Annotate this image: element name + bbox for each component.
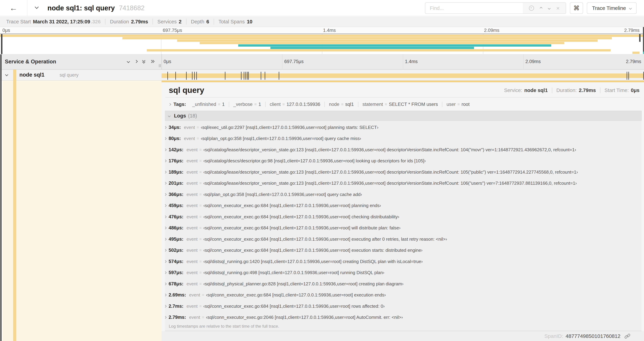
tree-indent-guide	[0, 54, 2, 341]
tags-list: _unfinished=1_verbose=1client=127.0.0.1:…	[188, 102, 474, 107]
chevron-right-icon	[164, 171, 167, 173]
chevron-right-icon	[164, 238, 167, 240]
log-entry[interactable]: 176μs:event=‹sql/catalog/descs/descripto…	[163, 157, 644, 165]
log-entry[interactable]: 486μs:event=‹sql/conn_executor_exec.go:6…	[163, 224, 644, 232]
find-next-icon[interactable]	[548, 7, 550, 10]
tag-key: client	[270, 102, 280, 107]
log-entry[interactable]: 495μs:event=‹sql/conn_executor_exec.go:6…	[163, 235, 644, 243]
collapse-all-icon[interactable]	[143, 59, 146, 63]
tags-accordion[interactable]: Tags: _unfinished=1_verbose=1client=127.…	[169, 99, 474, 109]
chevron-right-icon	[164, 126, 167, 129]
tag-item: node=sql1	[324, 102, 358, 107]
log-entry[interactable]: 678μs:event=‹sql/distsql_physical_planne…	[163, 280, 644, 288]
equals-sign: =	[199, 248, 202, 253]
collapse-one-icon[interactable]	[127, 60, 130, 63]
log-entry[interactable]: 2.79ms:event=‹sql/conn_executor_exec.go:…	[163, 314, 644, 321]
log-marker-tick	[265, 72, 265, 80]
span-service-name: node sql1	[20, 72, 44, 78]
chevron-right-icon	[164, 305, 167, 307]
trace-summary-bar: Trace Start March 31 2022, 17:25:09.326 …	[0, 17, 644, 27]
minimap-span-bar	[122, 37, 612, 39]
log-entry[interactable]: 574μs:event=‹sql/distsql_running.go:1420…	[163, 258, 644, 265]
tag-item: _verbose=1	[229, 102, 265, 107]
log-timestamp: 80μs:	[168, 136, 181, 141]
log-field: event	[186, 270, 198, 275]
expand-all-icon[interactable]	[150, 60, 153, 65]
minimap-left-scrubber[interactable]	[1, 34, 2, 54]
span-row-node-sql1[interactable]: node sql1 sql query	[0, 70, 644, 81]
log-entry[interactable]: 142μs:event=‹sql/catalog/lease/descripto…	[163, 146, 644, 154]
log-marker-tick	[192, 72, 192, 80]
minimap-span-bar	[177, 40, 598, 42]
log-marker-tick	[225, 72, 226, 80]
expand-one-icon[interactable]	[134, 60, 138, 63]
equals-sign: =	[199, 226, 202, 230]
log-field: event	[186, 236, 198, 242]
minimap-right-scrubber[interactable]	[639, 34, 640, 42]
log-entry[interactable]: 2.69ms:event=‹sql/conn_executor_exec.go:…	[163, 291, 644, 299]
find-clear-icon[interactable]: ×	[556, 5, 560, 11]
trace-view-label: Trace Timeline	[592, 5, 626, 11]
detail-accent-band	[162, 81, 644, 82]
log-timestamp: 34μs:	[168, 125, 181, 130]
log-marker-tick	[261, 72, 261, 80]
log-marker-tick	[627, 72, 627, 80]
log-entry[interactable]: 597μs:event=‹sql/distsql_running.go:498 …	[163, 269, 644, 276]
log-timestamp: 574μs:	[168, 259, 184, 264]
log-entry[interactable]: 80μs:event=‹sql/plan_opt.go:358 [nsql1,c…	[163, 135, 644, 142]
timeline-minimap[interactable]	[0, 34, 644, 55]
deep-link-icon[interactable]	[624, 333, 630, 339]
log-value: ‹sql/exec_util.go:2297 [nsql1,client=127…	[201, 125, 378, 130]
equals-sign: =	[199, 237, 202, 241]
tag-key: node	[329, 102, 339, 107]
equals-sign: =	[199, 192, 202, 197]
trace-collapse-icon[interactable]	[35, 5, 39, 9]
equals-sign: =	[202, 315, 204, 320]
minimap-span-bar	[632, 52, 640, 54]
tag-key: user	[446, 102, 456, 107]
detail-start-time: Start Time: 0μs	[600, 88, 640, 93]
log-entry[interactable]: 459μs:event=‹sql/conn_executor_exec.go:6…	[163, 202, 644, 209]
keyboard-shortcuts-button[interactable]: ⌘	[570, 3, 583, 14]
trace-view-selector[interactable]: Trace Timeline	[587, 3, 636, 14]
column-resize-grip[interactable]	[158, 64, 161, 67]
equals-sign: =	[199, 281, 202, 286]
tag-value: sql1	[345, 102, 354, 107]
find-prev-icon[interactable]	[540, 7, 542, 10]
log-field: event	[189, 292, 200, 298]
equals-sign: =	[254, 102, 257, 107]
tag-value: 1	[222, 102, 225, 107]
log-timestamp: 678μs:	[168, 281, 184, 287]
log-entry[interactable]: 476μs:event=‹sql/conn_executor_exec.go:6…	[163, 213, 644, 221]
tag-item: statement=SELECT * FROM users	[358, 102, 442, 107]
find-input[interactable]	[425, 3, 523, 14]
tag-item: user=root	[442, 102, 474, 107]
minimap-span-bar	[0, 35, 644, 37]
log-marker-tick	[247, 72, 248, 80]
spanid-label: SpanID:	[544, 333, 563, 339]
back-button[interactable]: ←	[0, 0, 27, 16]
row-collapse-icon[interactable]	[5, 73, 8, 76]
log-entry[interactable]: 189μs:event=‹sql/catalog/lease/descripto…	[163, 168, 644, 176]
log-entry[interactable]: 2.7ms:event=‹sql/conn_executor_exec.go:6…	[163, 302, 644, 310]
log-marker-tick	[628, 72, 629, 80]
chevron-down-icon	[168, 114, 171, 117]
ruler-tick-label: 2.09ms	[526, 59, 541, 64]
log-entry[interactable]: 201μs:event=‹sql/catalog/lease/descripto…	[163, 180, 644, 187]
log-entry[interactable]: 502μs:event=‹sql/conn_executor_exec.go:6…	[163, 247, 644, 254]
locate-icon[interactable]	[529, 6, 534, 11]
logs-accordion-header[interactable]: Logs (18)	[165, 111, 642, 121]
log-entry[interactable]: 34μs:event=‹sql/exec_util.go:2297 [nsql1…	[163, 124, 644, 131]
log-value: ‹sql/conn_executor_exec.go:684 [nsql1,cl…	[204, 303, 385, 309]
log-timestamp: 502μs:	[168, 248, 184, 253]
log-value: ‹sql/distsql_running.go:1420 [nsql1,clie…	[204, 259, 423, 264]
equals-sign: =	[199, 147, 202, 152]
log-field: event	[186, 214, 198, 220]
log-marker-tick	[248, 72, 249, 80]
log-field: event	[186, 303, 198, 309]
log-marker-tick	[244, 72, 244, 80]
log-value: ‹sql/conn_executor_exec.go:684 [nsql1,cl…	[204, 236, 447, 242]
minimap-time-labels: 0μs 697.75μs 1.4ms 2.09ms 2.79ms	[0, 27, 644, 34]
log-entry[interactable]: 366μs:event=‹sql/plan_opt.go:358 [nsql1,…	[163, 191, 644, 198]
log-field: event	[186, 225, 198, 231]
